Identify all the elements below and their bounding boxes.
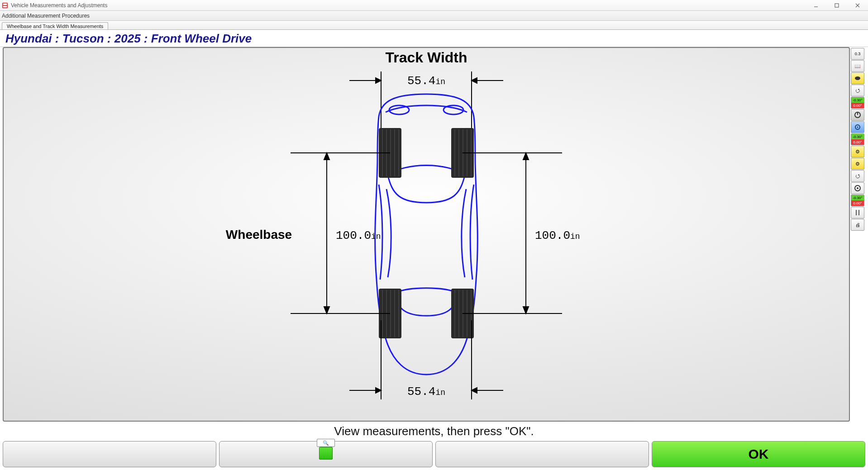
tabstrip: Wheelbase and Track Width Measurements: [0, 21, 868, 30]
vehicle-heading: Hyundai : Tucson : 2025 : Front Wheel Dr…: [0, 30, 868, 47]
svg-point-59: [857, 127, 858, 128]
ok-button-label: OK: [749, 446, 769, 462]
left-wheelbase-value: 100.0in: [336, 229, 381, 242]
svg-point-61: [857, 187, 858, 189]
tool-sensor-icon[interactable]: [851, 72, 864, 84]
tool-target-icon[interactable]: [851, 121, 864, 133]
wheels: [379, 128, 474, 338]
side-toolbar: 0.3 📖 ⭯ -0.30°0.00° -0.30°0.00° ⚙ ⚙ ⭯ -0…: [851, 47, 865, 422]
svg-marker-42: [324, 153, 329, 160]
maximize-button[interactable]: [826, 0, 847, 11]
svg-marker-43: [324, 307, 329, 313]
tool-refresh-icon[interactable]: ⭯: [851, 85, 864, 96]
window-title: Vehicle Measurements and Adjustments: [11, 2, 107, 9]
app-icon: [2, 2, 8, 9]
bottom-button-3[interactable]: [435, 441, 649, 467]
tool-voltage-icon[interactable]: 0.3: [851, 48, 864, 60]
track-width-label: Track Width: [385, 49, 467, 66]
zoom-chip-icon[interactable]: [317, 439, 335, 447]
green-indicator-icon: [319, 447, 333, 460]
ok-button[interactable]: OK: [652, 441, 865, 467]
tool-steering-icon[interactable]: [851, 182, 864, 194]
minimize-button[interactable]: [806, 0, 826, 11]
rear-track-value: 55.4in: [407, 385, 445, 399]
instruction-text: View measurements, then press "OK".: [0, 423, 868, 439]
tool-suspension-icon[interactable]: [851, 207, 864, 218]
tool-refresh-b-icon[interactable]: ⭯: [851, 170, 864, 182]
svg-marker-8: [376, 78, 381, 83]
front-track-value: 55.4in: [407, 74, 445, 88]
bottom-button-1[interactable]: [3, 441, 216, 467]
menubar: Additional Measurement Procedures: [0, 11, 868, 21]
tool-steering-lock-icon[interactable]: [851, 109, 864, 121]
tool-adjust-a-icon[interactable]: ⚙: [851, 146, 864, 157]
svg-rect-4: [835, 4, 839, 7]
svg-marker-47: [523, 153, 529, 160]
close-button[interactable]: [847, 0, 868, 11]
svg-marker-48: [523, 307, 529, 313]
tool-reading-c-icon[interactable]: -0.30°0.00°: [851, 195, 864, 206]
svg-marker-54: [472, 388, 477, 393]
titlebar: Vehicle Measurements and Adjustments: [0, 0, 868, 11]
tool-reading-a-icon[interactable]: -0.30°0.00°: [851, 97, 864, 109]
svg-rect-1: [3, 3, 7, 5]
work-area: Track Width 55.4in: [0, 47, 868, 423]
vehicle-diagram: Track Width 55.4in: [200, 49, 653, 420]
svg-marker-52: [376, 388, 381, 393]
menu-additional-procedures[interactable]: Additional Measurement Procedures: [2, 13, 90, 19]
svg-marker-10: [472, 78, 477, 83]
svg-point-55: [855, 76, 860, 80]
svg-rect-2: [3, 5, 7, 7]
tab-wheelbase-track[interactable]: Wheelbase and Track Width Measurements: [2, 22, 108, 29]
bottom-button-2[interactable]: [219, 441, 433, 467]
tool-reading-b-icon[interactable]: -0.30°0.00°: [851, 133, 864, 145]
tool-manual-icon[interactable]: 📖: [851, 60, 864, 72]
right-wheelbase-value: 100.0in: [535, 229, 580, 242]
bottom-bar: OK: [0, 439, 868, 470]
wheelbase-label: Wheelbase: [226, 228, 292, 242]
diagram-canvas: Track Width 55.4in: [3, 47, 850, 422]
tool-print-icon[interactable]: 🖨: [851, 219, 864, 231]
tab-label: Wheelbase and Track Width Measurements: [7, 24, 103, 29]
tool-adjust-b-icon[interactable]: ⚙: [851, 158, 864, 170]
